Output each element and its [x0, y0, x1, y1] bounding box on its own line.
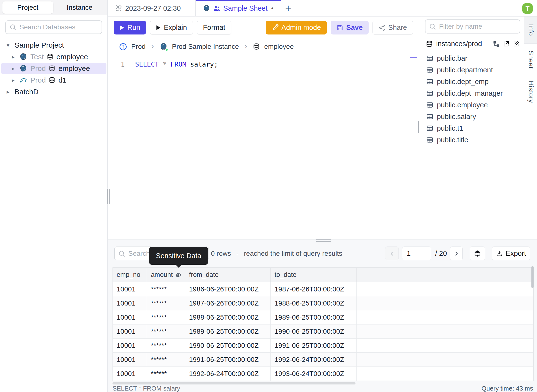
tab-project[interactable]: Project [2, 1, 53, 14]
table-row[interactable]: 10001 ****** 1986-06-26T00:00:00Z 1987-0… [113, 282, 533, 296]
tab-history[interactable]: History [524, 76, 537, 108]
table-name: public.bar [437, 54, 468, 62]
table-row[interactable]: 10001 ****** 1991-06-25T00:00:00Z 1992-0… [113, 353, 533, 367]
tab-sheet[interactable]: Sheet [524, 44, 537, 76]
table-list-item[interactable]: public.title [421, 134, 524, 146]
cell-amount-masked: ****** [147, 310, 185, 324]
search-icon [118, 250, 125, 257]
tree-database-prod-employee[interactable]: ▸ Prod employee [1, 63, 106, 74]
tab-info[interactable]: Info [524, 17, 537, 44]
format-button[interactable]: Format [197, 21, 231, 34]
previous-page-button[interactable] [385, 247, 399, 260]
page-number-input[interactable] [402, 249, 431, 257]
new-tab-button[interactable]: + [281, 0, 295, 17]
save-button[interactable]: Save [331, 21, 369, 34]
editor-toolbar: Run Explain Format Admin mode Save Share [108, 17, 421, 39]
sql-keyword: FROM [171, 60, 186, 68]
info-separator: - [236, 250, 238, 257]
table-row[interactable]: 10001 ****** 1988-06-25T00:00:00Z 1989-0… [113, 310, 533, 324]
results-resize-handle[interactable] [316, 239, 331, 242]
download-icon [496, 250, 503, 257]
database-icon [47, 53, 53, 60]
next-page-button[interactable] [450, 247, 463, 260]
table-icon [426, 101, 433, 109]
cell-from-date: 1990-06-25T00:00:00Z [185, 339, 271, 352]
run-button[interactable]: Run [114, 21, 146, 34]
export-button[interactable]: Export [492, 247, 530, 260]
breadcrumb-environment[interactable]: Prod [131, 43, 146, 51]
cell-amount-masked: ****** [147, 353, 185, 366]
query-time-label: Query time: 43 ms [482, 385, 533, 392]
tree-database-test-employee[interactable]: ▸ Test employee [1, 51, 106, 63]
explain-button[interactable]: Explain [150, 21, 193, 34]
cell-from-date: 1992-06-24T00:00:00Z [185, 367, 271, 381]
sql-editor-app: Project Instance ▾ Sample Project ▸ Test… [0, 0, 537, 392]
table-list-item[interactable]: public.t1 [421, 122, 524, 134]
edit-icon[interactable] [513, 41, 520, 47]
breadcrumb-instance[interactable]: Prod Sample Instance [172, 43, 239, 51]
chevron-right-icon: › [150, 42, 155, 51]
sidebar-resize-handle[interactable] [107, 189, 110, 204]
column-header-emp-no[interactable]: emp_no [113, 268, 147, 282]
cell-amount-masked: ****** [147, 282, 185, 296]
chevron-right-icon [453, 250, 459, 257]
tree-project-sample[interactable]: ▾ Sample Project [0, 39, 108, 51]
table-list-item[interactable]: public.department [421, 64, 524, 76]
column-header-to-date[interactable]: to_date [271, 268, 357, 282]
schema-diagram-icon[interactable] [493, 41, 500, 47]
table-list-item[interactable]: public.dept_manager [421, 87, 524, 99]
table-icon [426, 90, 433, 97]
search-icon [429, 23, 436, 30]
table-icon [426, 125, 433, 132]
table-row[interactable]: 10001 ****** 1992-06-24T00:00:00Z 1993-0… [113, 367, 533, 381]
tree-project-batchd[interactable]: ▸ BatchD [0, 86, 108, 98]
info-icon[interactable] [119, 43, 127, 51]
table-list-item[interactable]: public.bar [421, 52, 524, 64]
page-total-label: / 20 [435, 247, 447, 260]
row-count: 0 rows [211, 250, 231, 257]
table-row[interactable]: 10001 ****** 1989-06-25T00:00:00Z 1990-0… [113, 324, 533, 339]
right-panel-resize-handle[interactable] [418, 121, 420, 133]
schema-panel: instances/prod public.bar public.departm… [421, 17, 524, 239]
table-name: public.department [437, 66, 493, 74]
tab-label: 2023-09-27 02:30 [125, 4, 181, 12]
external-link-icon[interactable] [503, 41, 510, 47]
caret-down-icon: ▾ [5, 42, 11, 49]
cell-filler [357, 367, 533, 381]
search-databases-input[interactable] [19, 23, 98, 31]
admin-mode-button[interactable]: Admin mode [266, 21, 327, 34]
filter-by-name-input[interactable] [439, 23, 516, 30]
cell-filler [357, 282, 533, 296]
table-row[interactable]: 10001 ****** 1990-06-25T00:00:00Z 1991-0… [113, 339, 533, 353]
eye-off-icon[interactable] [175, 272, 182, 278]
breadcrumb-database[interactable]: employee [264, 43, 294, 51]
table-name: public.dept_emp [437, 78, 489, 86]
environment-label: Prod [30, 76, 46, 84]
caret-right-icon: ▸ [10, 65, 16, 72]
play-icon [156, 25, 161, 30]
horizontal-scrollbar[interactable] [113, 382, 355, 384]
share-button[interactable]: Share [372, 21, 413, 34]
save-icon [337, 24, 343, 31]
tab-sample-sheet[interactable]: Sample Sheet ● [196, 0, 281, 17]
project-label: BatchD [15, 88, 38, 96]
filter-box [425, 19, 520, 34]
tab-instance[interactable]: Instance [54, 1, 105, 14]
visualize-button[interactable] [470, 247, 485, 260]
table-row[interactable]: 10001 ****** 1987-06-26T00:00:00Z 1988-0… [113, 296, 533, 310]
editor-line-1[interactable]: 1 SELECT*FROMsalary; [108, 59, 218, 69]
instance-online-dot [165, 48, 168, 51]
table-list-item[interactable]: public.dept_emp [421, 76, 524, 87]
column-header-from-date[interactable]: from_date [185, 268, 271, 282]
sql-editor[interactable]: 1 SELECT*FROMsalary; [108, 54, 421, 239]
table-list-item[interactable]: public.employee [421, 99, 524, 111]
table-list-item[interactable]: public.salary [421, 111, 524, 122]
tree-database-prod-d1[interactable]: ▸ Prod d1 [1, 74, 106, 86]
cell-amount-masked: ****** [147, 339, 185, 352]
tab-unsaved-sheet[interactable]: 2023-09-27 02:30 [108, 0, 196, 17]
column-header-amount[interactable]: amount [147, 268, 185, 282]
postgres-icon [19, 64, 27, 73]
cell-emp-no: 10001 [113, 367, 147, 381]
avatar[interactable]: T [522, 3, 533, 14]
vertical-scrollbar[interactable] [531, 266, 534, 288]
